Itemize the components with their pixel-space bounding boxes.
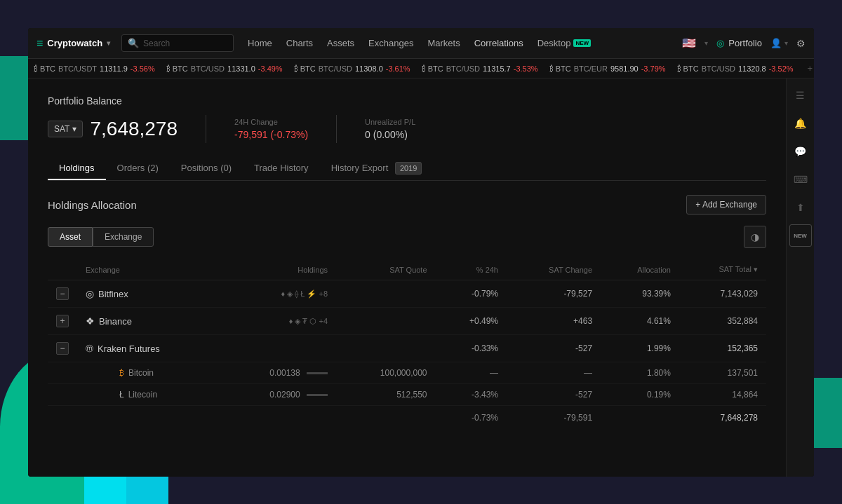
binance-icon: ❖ [86, 315, 95, 327]
search-input[interactable] [143, 39, 227, 48]
kraken-pct-24h: -0.33% [436, 335, 507, 362]
ticker-item-1[interactable]: ₿ BTC BTC/USD 11331.0 -3.49% [166, 64, 283, 73]
logo-text: Cryptowatch [47, 38, 102, 48]
chart-view-button[interactable]: ◑ [744, 226, 766, 248]
nav-charts[interactable]: Charts [286, 38, 313, 48]
flag-icon[interactable]: 🇺🇸 [682, 36, 696, 50]
litecoin-allocation: 0.19% [601, 384, 679, 406]
litecoin-name: Ł Litecoin [77, 384, 220, 406]
bitcoin-sat-quote: 100,000,000 [336, 362, 436, 384]
ticker-item-4[interactable]: ₿ BTC BTC/EUR 9581.90 -3.79% [549, 64, 666, 73]
kraken-name[interactable]: ⓜ Kraken Futures [77, 335, 220, 362]
binance-sat-total: 352,884 [679, 308, 766, 335]
col-pct-24h: % 24h [436, 259, 507, 280]
portfolio-label: Portfolio [728, 38, 762, 48]
binance-allocation: 4.61% [601, 308, 679, 335]
expand-kraken[interactable]: − [48, 335, 77, 362]
table-header-row: Exchange Holdings SAT Quote % 24h SAT Ch… [48, 259, 766, 280]
search-box[interactable]: 🔍 [121, 34, 234, 52]
bitfinex-sat-quote [336, 280, 436, 308]
tab-orders[interactable]: Orders (2) [106, 157, 170, 180]
ticker-item-5[interactable]: ₿ BTC BTC/USD 11320.8 -3.52% [677, 64, 794, 73]
nav-right: 🇺🇸 ▾ ◎ Portfolio 👤 ▾ ⚙ [682, 36, 806, 50]
sidebar-icon-new[interactable]: NEW [789, 224, 812, 247]
right-sidebar: ☰ 🔔 💬 ⌨ ⬆ NEW [786, 79, 814, 477]
bitfinex-icon: ◎ [86, 288, 94, 299]
balance-divider [206, 115, 206, 143]
asset-exchange-toggle: Asset Exchange [48, 227, 154, 247]
bitfinex-name[interactable]: ◎ Bitfinex [77, 280, 220, 308]
search-icon: 🔍 [128, 38, 139, 48]
col-holdings: Holdings [220, 259, 336, 280]
bitfinex-sat-change: -79,527 [507, 280, 601, 308]
portfolio-icon: ◎ [716, 38, 724, 48]
portfolio-button[interactable]: ◎ Portfolio [716, 38, 762, 48]
toggle-group: Asset Exchange ◑ [48, 226, 766, 248]
sidebar-icon-chat[interactable]: 💬 [789, 140, 812, 163]
table-row: + ❖ Binance ♦ ◈ ₮ ⬡ +4 +0.49% [48, 308, 766, 335]
table-row: − ⓜ Kraken Futures -0.33% -527 1.99% [48, 335, 766, 362]
litecoin-holdings: 0.02900 [220, 384, 336, 406]
toggle-exchange-button[interactable]: Exchange [93, 227, 154, 247]
logo[interactable]: ≡ Cryptowatch ▾ [36, 37, 110, 50]
unrealized-pl-stat: Unrealized P/L 0 (0.00%) [365, 118, 415, 140]
expand-binance[interactable]: + [48, 308, 77, 335]
nav-markets[interactable]: Markets [427, 38, 460, 48]
user-button[interactable]: 👤 ▾ [770, 38, 788, 48]
expand-bitfinex[interactable]: − [48, 280, 77, 308]
list-item: Ł Litecoin 0.02900 512,550 -3.43% -527 0… [48, 384, 766, 406]
binance-name[interactable]: ❖ Binance [77, 308, 220, 335]
settings-button[interactable]: ⚙ [796, 38, 806, 49]
sidebar-icon-bell[interactable]: 🔔 [789, 112, 812, 135]
bitcoin-sat-total: 137,501 [679, 362, 766, 384]
nav-desktop[interactable]: Desktop NEW [537, 38, 591, 48]
balance-main: SAT ▾ 7,648,278 [48, 118, 178, 140]
sat-unit: SAT [54, 124, 69, 134]
change-24h-label: 24H Change [234, 118, 308, 126]
portfolio-balance-row: SAT ▾ 7,648,278 24H Change -79,591 (-0.7… [48, 115, 766, 143]
nav-links: Home Charts Assets Exchanges Markets Cor… [248, 38, 682, 48]
ticker-item-3[interactable]: ₿ BTC BTC/USD 11315.7 -3.53% [422, 64, 538, 73]
footer-pct-24h: -0.73% [436, 406, 507, 430]
change-24h-value: -79,591 (-0.73%) [234, 129, 308, 140]
sat-selector[interactable]: SAT ▾ [48, 121, 83, 137]
tab-trade-history[interactable]: Trade History [243, 157, 320, 180]
logo-chevron: ▾ [107, 39, 110, 47]
app-container: ≡ Cryptowatch ▾ 🔍 Home Charts Assets Exc… [28, 28, 814, 477]
binance-sat-change: +463 [507, 308, 601, 335]
footer-sat-change: -79,591 [507, 406, 601, 430]
sidebar-icon-list[interactable]: ☰ [789, 84, 812, 107]
ticker-item-0[interactable]: ₿ BTC BTC/USDT 11311.9 -3.56% [34, 64, 155, 73]
content-area: Portfolio Balance SAT ▾ 7,648,278 24H Ch… [28, 79, 786, 477]
nav-correlations[interactable]: Correlations [474, 38, 523, 48]
unrealized-pl-label: Unrealized P/L [365, 118, 415, 126]
table-row: − ◎ Bitfinex ♦ ◈ ⟠ Ł ⚡ +8 -0.79% [48, 280, 766, 308]
tab-positions[interactable]: Positions (0) [170, 157, 243, 180]
ticker-item-2[interactable]: ₿ BTC BTC/USD 11308.0 -3.61% [294, 64, 410, 73]
bitcoin-name: ₿ Bitcoin [77, 362, 220, 384]
footer-sat-total: 7,648,278 [679, 406, 766, 430]
holdings-title: Holdings Allocation [48, 199, 137, 211]
col-sat-quote: SAT Quote [336, 259, 436, 280]
tab-holdings[interactable]: Holdings [48, 157, 106, 180]
kraken-sat-quote [336, 335, 436, 362]
add-exchange-button[interactable]: + Add Exchange [686, 195, 766, 214]
litecoin-sat-total: 14,864 [679, 384, 766, 406]
kraken-icon: ⓜ [86, 343, 93, 354]
nav-exchanges[interactable]: Exchanges [368, 38, 413, 48]
litecoin-icon: Ł [119, 390, 124, 400]
bitfinex-allocation: 93.39% [601, 280, 679, 308]
sat-chevron: ▾ [72, 124, 76, 134]
toggle-asset-button[interactable]: Asset [48, 227, 93, 247]
bitfinex-holdings: ♦ ◈ ⟠ Ł ⚡ +8 [220, 280, 336, 308]
tab-history-export[interactable]: History Export 2019 [320, 157, 434, 180]
sidebar-icon-upload[interactable]: ⬆ [789, 196, 812, 219]
binance-pct-24h: +0.49% [436, 308, 507, 335]
sidebar-icon-terminal[interactable]: ⌨ [789, 168, 812, 191]
logo-icon: ≡ [36, 37, 43, 50]
ticker-add-button[interactable]: + [808, 63, 813, 74]
nav-assets[interactable]: Assets [327, 38, 354, 48]
kraken-holdings [220, 335, 336, 362]
user-chevron: ▾ [784, 39, 788, 47]
nav-home[interactable]: Home [248, 38, 272, 48]
